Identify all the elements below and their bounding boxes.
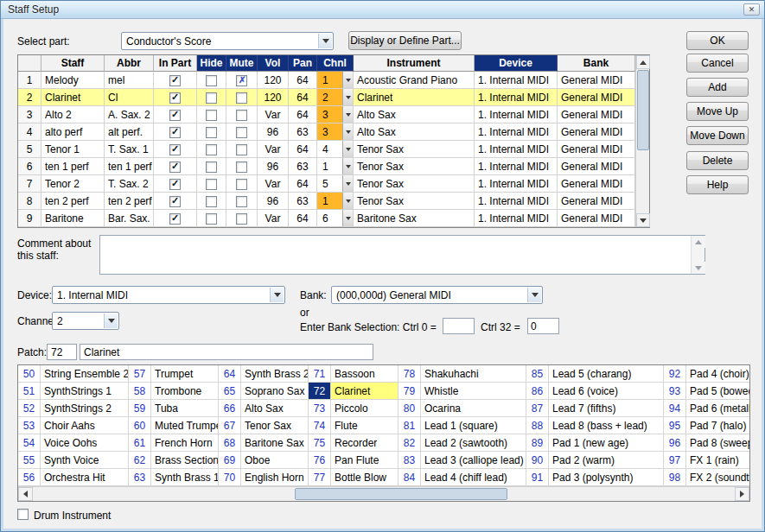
channel-dropdown-button[interactable]	[342, 72, 353, 88]
staff-row[interactable]: 8ten 2 perften 2 perf✓96631Tenor Sax1. I…	[18, 193, 635, 210]
in-part-checkbox[interactable]: ✓	[169, 75, 181, 86]
add-button[interactable]: Add	[686, 78, 749, 97]
comment-textarea[interactable]	[99, 235, 705, 275]
patch-item[interactable]: 67Tenor Sax	[219, 417, 309, 434]
patch-item[interactable]: 74Flute	[309, 417, 398, 434]
patch-item[interactable]: 52SynthStrings 2	[18, 400, 129, 417]
scroll-up-button[interactable]	[692, 236, 705, 248]
hide-checkbox[interactable]	[206, 213, 217, 225]
move-down-button[interactable]: Move Down	[686, 126, 749, 145]
patch-item[interactable]: 71Bassoon	[309, 365, 398, 383]
patch-item[interactable]: 69Oboe	[219, 452, 309, 469]
patch-item[interactable]: 77Bottle Blow	[309, 469, 398, 486]
patch-item[interactable]: 86Lead 6 (voice)	[526, 383, 664, 400]
scroll-up-button[interactable]	[636, 55, 650, 69]
patch-item[interactable]: 59Tuba	[129, 400, 219, 417]
staff-row[interactable]: 6ten 1 perften 1 perf✓96631Tenor Sax1. I…	[18, 158, 635, 175]
in-part-checkbox[interactable]: ✓	[169, 144, 181, 155]
staff-row[interactable]: 2ClarinetCl✓120642Clarinet1. Internal MI…	[18, 89, 635, 106]
close-button[interactable]: ✕	[743, 3, 760, 16]
staff-row[interactable]: 7Tenor 2T. Sax. 2✓Var645Tenor Sax1. Inte…	[18, 175, 635, 193]
titlebar[interactable]: Staff Setup ✕	[1, 1, 764, 19]
channel-dropdown-button[interactable]	[342, 175, 353, 192]
patch-item[interactable]: 88Lead 8 (bass + lead)	[526, 417, 664, 434]
patch-item[interactable]: 97FX 1 (rain)	[664, 452, 749, 469]
scroll-left-button[interactable]	[18, 487, 33, 501]
patch-item[interactable]: 81Lead 1 (square)	[398, 417, 526, 434]
dropdown-arrow-button[interactable]	[104, 314, 118, 328]
drum-instrument-checkbox[interactable]	[17, 509, 29, 520]
patch-scrollbar[interactable]	[18, 486, 749, 501]
patch-item[interactable]: 62Brass Section	[129, 452, 219, 469]
in-part-checkbox[interactable]: ✓	[169, 110, 181, 121]
hide-checkbox[interactable]	[206, 162, 217, 173]
patch-item[interactable]: 53Choir Aahs	[18, 417, 129, 434]
patch-item[interactable]: 84Lead 4 (chiff lead)	[398, 469, 526, 486]
patch-item[interactable]: 78Shakuhachi	[398, 365, 526, 383]
patch-item[interactable]: 83Lead 3 (calliope lead)	[398, 452, 526, 469]
hide-checkbox[interactable]	[206, 110, 217, 121]
patch-item[interactable]: 64Synth Brass 2	[219, 365, 309, 383]
in-part-checkbox[interactable]: ✓	[169, 196, 181, 207]
patch-number-field[interactable]: 72	[47, 344, 77, 360]
mute-checkbox[interactable]: ✗	[236, 75, 247, 86]
patch-item[interactable]: 68Baritone Sax	[219, 434, 309, 452]
patch-item[interactable]: 87Lead 7 (fifths)	[526, 400, 664, 417]
patch-item[interactable]: 51SynthStrings 1	[18, 383, 129, 400]
in-part-checkbox[interactable]: ✓	[169, 179, 181, 190]
patch-item[interactable]: 90Pad 2 (warm)	[526, 452, 664, 469]
select-part-dropdown[interactable]: Conductor's Score	[121, 32, 334, 50]
patch-item[interactable]: 76Pan Flute	[309, 452, 398, 469]
patch-item[interactable]: 60Muted Trumpet	[129, 417, 219, 434]
patch-item[interactable]: 80Ocarina	[398, 400, 526, 417]
channel-dropdown-button[interactable]	[342, 141, 353, 157]
patch-item[interactable]: 57Trumpet	[129, 365, 219, 383]
ctrl32-input[interactable]	[527, 318, 559, 334]
comment-scrollbar[interactable]	[691, 236, 704, 274]
staff-row[interactable]: 1Melodymel✓✗120641Acoustic Grand Piano1.…	[18, 72, 635, 89]
patch-item[interactable]: 96Pad 8 (sweep)	[664, 434, 749, 452]
channel-dropdown-button[interactable]	[342, 158, 353, 174]
patch-item[interactable]: 91Pad 3 (polysynth)	[526, 469, 664, 486]
hide-checkbox[interactable]	[206, 144, 217, 155]
dropdown-arrow-button[interactable]	[527, 288, 541, 302]
ctrl0-input[interactable]	[443, 318, 475, 334]
in-part-checkbox[interactable]: ✓	[169, 213, 181, 225]
patch-item[interactable]: 89Pad 1 (new age)	[526, 434, 664, 452]
mute-checkbox[interactable]	[236, 162, 247, 173]
scrollbar-thumb[interactable]	[637, 70, 649, 150]
display-or-define-part-button[interactable]: Display or Define Part...	[348, 31, 462, 50]
staff-row[interactable]: 3Alto 2A. Sax. 2✓Var643Alto Sax1. Intern…	[18, 106, 635, 124]
hide-checkbox[interactable]	[206, 75, 217, 86]
patch-item[interactable]: 61French Horn	[129, 434, 219, 452]
channel-dropdown-button[interactable]	[342, 124, 353, 140]
patch-item[interactable]: 72Clarinet	[309, 383, 398, 400]
patch-item[interactable]: 98FX 2 (soundtrack)	[664, 469, 749, 486]
patch-item[interactable]: 54Voice Oohs	[18, 434, 129, 452]
mute-checkbox[interactable]	[236, 110, 247, 121]
staff-table-scrollbar[interactable]	[635, 55, 649, 227]
scroll-down-button[interactable]	[636, 213, 650, 227]
help-button[interactable]: Help	[686, 175, 749, 194]
in-part-checkbox[interactable]: ✓	[169, 162, 181, 173]
patch-item[interactable]: 50String Ensemble 2	[18, 365, 129, 383]
scroll-right-button[interactable]	[735, 487, 749, 501]
staff-row[interactable]: 9BaritoneBar. Sax.✓Var646Baritone Sax1. …	[18, 210, 635, 227]
cancel-button[interactable]: Cancel	[686, 54, 749, 73]
mute-checkbox[interactable]	[236, 179, 247, 190]
in-part-checkbox[interactable]: ✓	[169, 92, 181, 104]
channel-dropdown-button[interactable]	[342, 193, 353, 209]
dropdown-arrow-button[interactable]	[318, 34, 332, 48]
patch-item[interactable]: 94Pad 6 (metallic)	[664, 400, 749, 417]
patch-item[interactable]: 65Soprano Sax	[219, 383, 309, 400]
scrollbar-thumb[interactable]	[295, 488, 507, 500]
mute-checkbox[interactable]	[236, 127, 247, 138]
delete-button[interactable]: Delete	[686, 151, 749, 170]
patch-item[interactable]: 55Synth Voice	[18, 452, 129, 469]
patch-item[interactable]: 92Pad 4 (choir)	[664, 365, 749, 383]
hide-checkbox[interactable]	[206, 179, 217, 190]
hide-checkbox[interactable]	[206, 196, 217, 207]
device-dropdown[interactable]: 1. Internal MIDI	[52, 286, 285, 304]
mute-checkbox[interactable]	[236, 213, 247, 225]
patch-item[interactable]: 70English Horn	[219, 469, 309, 486]
